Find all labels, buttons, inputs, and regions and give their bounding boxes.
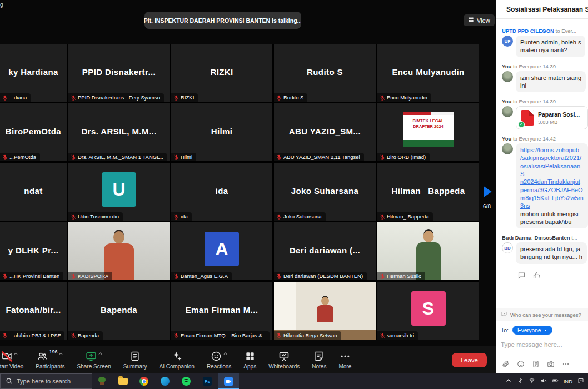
chat-message: You to Everyone 14:39✓Paparan Sosi...3.0…: [502, 98, 588, 129]
participant-tile[interactable]: BapendaBapenda: [68, 282, 170, 340]
volume-muted-icon[interactable]: [540, 376, 547, 386]
poster-text: BIMTEK LEGALDRAFTER 2024: [403, 118, 454, 129]
toolbar-ai-companion[interactable]: AI Companion: [153, 351, 201, 370]
participant-label-text: Hikmatia Rega Setwan: [283, 332, 337, 338]
recipient-dropdown[interactable]: Everyone: [512, 326, 552, 335]
apps-icon: [245, 351, 256, 363]
more-options-icon[interactable]: [562, 360, 570, 370]
toolbar-summary[interactable]: Summary: [117, 351, 153, 370]
participant-tile[interactable]: RIZKIRIZKI: [171, 44, 272, 102]
participant-tile[interactable]: Hikmatia Rega Setwan: [274, 282, 376, 340]
chat-message-list[interactable]: UPTD PPD CILEGON to Ever...UPPunten admi…: [496, 19, 588, 308]
participant-tile[interactable]: BiroPemOtda...PemOtda: [0, 103, 67, 161]
participant-label-text: PPID Disnakertrans - Fery Syamsu: [78, 94, 160, 101]
toolbar-more[interactable]: More: [332, 351, 357, 370]
screenshot-icon[interactable]: [547, 360, 555, 370]
participant-tile[interactable]: BIMTEK LEGALDRAFTER 2024Biro ORB (Imad): [377, 103, 479, 161]
participant-tile[interactable]: HilmiHilmi: [171, 103, 272, 161]
participant-tile[interactable]: Drs. ARSIL, M.M...Drs. ARSIL, M.M._SMAN …: [68, 103, 170, 161]
participant-label-text: ...diana: [9, 94, 27, 101]
participant-label-text: Joko Suharsana: [283, 213, 322, 220]
search-highlight-slot[interactable]: [92, 373, 112, 389]
taskbar-app-chrome[interactable]: [133, 373, 155, 389]
participant-tile[interactable]: Hilman_ BappedaHilman_ Bappeda: [377, 163, 479, 221]
taskbar-app-file-explorer[interactable]: [112, 373, 133, 389]
quote-reply-icon[interactable]: [517, 271, 526, 282]
leave-button[interactable]: Leave: [452, 353, 487, 367]
participant-tile[interactable]: Eman Firman M...Eman Firman MTQ _ Biro B…: [171, 282, 272, 340]
chat-message: Budi Darma_DinsosBanten t...BDpresensi a…: [502, 235, 588, 264]
chat-file-attachment[interactable]: ✓Paparan Sosi...3.03 MB: [516, 106, 588, 129]
gallery-pager: 6/8: [479, 44, 496, 340]
file-size: 3.03 MB: [538, 119, 580, 125]
participant-label-text: Drs. ARSIL, M.M._SMAN 1 TANGE...: [78, 154, 163, 160]
file-icon[interactable]: [532, 360, 540, 370]
emoji-icon[interactable]: [517, 360, 525, 370]
participant-tile[interactable]: idaida: [171, 163, 272, 221]
participant-tile[interactable]: Ssumarsih tri: [377, 282, 479, 340]
thumbs-up-icon[interactable]: [532, 271, 541, 282]
chat-recipient-text: to Everyone: [513, 136, 541, 142]
window-title-fragment: g: [0, 2, 3, 8]
participant-name: Hilman_ Bappeda: [377, 186, 479, 196]
participant-label: ida: [171, 212, 192, 221]
chat-message-input[interactable]: [501, 341, 584, 348]
taskbar-search[interactable]: Type here to search: [0, 373, 92, 389]
action-center-icon[interactable]: [577, 376, 584, 386]
show-desktop-button[interactable]: [586, 373, 588, 389]
hidden-icons-chevron-icon[interactable]: [505, 376, 512, 386]
participant-label-text: Hilman_ Bappeda: [387, 213, 429, 220]
participant-tile[interactable]: Joko SuharsanaJoko Suharsana: [274, 163, 376, 221]
participant-tile[interactable]: Fatonah/bir......ah/biro PBJ & LPSE: [0, 282, 67, 340]
mic-muted-icon: [380, 154, 385, 160]
participant-tile[interactable]: ky Hardiana...diana: [0, 44, 67, 102]
wifi-icon[interactable]: [529, 376, 535, 386]
participant-label-text: sumarsih tri: [387, 332, 414, 338]
toolbar-start-video[interactable]: Start Video: [0, 351, 29, 370]
taskbar-apps: Ps: [112, 373, 239, 389]
chat-recipient-text: to Everyone: [513, 98, 541, 104]
participant-label-text: ABU YAZID_SMAN 2,11 Tangsel: [283, 154, 360, 160]
bluetooth-icon[interactable]: [517, 376, 524, 386]
toolbar-participants[interactable]: 196Participants: [29, 351, 71, 370]
taskbar-app-edge[interactable]: [155, 373, 176, 389]
participant-label-text: Banten_Agus E.G.A: [181, 273, 228, 279]
chat-message-header: You to Everyone 14:39: [502, 63, 588, 69]
mic-muted-icon: [173, 333, 179, 338]
participant-tile[interactable]: ndat: [0, 163, 67, 221]
chat-link[interactable]: https://forms.zohopub/sakipinspektorat20…: [520, 147, 584, 209]
toolbar-label: Start Video: [0, 363, 23, 370]
participant-tile[interactable]: ABU YAZID_SM...ABU YAZID_SMAN 2,11 Tangs…: [274, 103, 376, 161]
participant-tile[interactable]: KADISPORA: [68, 222, 170, 280]
language-indicator[interactable]: IND: [564, 378, 572, 385]
toolbar-whiteboards[interactable]: Whiteboards: [262, 351, 306, 370]
next-page-button[interactable]: [480, 183, 494, 201]
participant-tile[interactable]: UUdin Tusminurdin: [68, 163, 170, 221]
smiley-icon: [211, 351, 222, 363]
taskbar-app-spotify[interactable]: [176, 373, 197, 389]
mic-muted-icon: [2, 154, 8, 160]
participant-label-text: Eman Firman MTQ _ Biro Barjas &...: [181, 332, 266, 338]
participant-tile[interactable]: Deri dariawan (...Deri dariawan (DESDM B…: [274, 222, 376, 280]
battery-icon[interactable]: [552, 376, 559, 386]
toolbar-share-screen[interactable]: Share Screen: [71, 351, 117, 370]
attach-file-icon[interactable]: [502, 360, 510, 370]
participant-tile[interactable]: Herman Susilo: [377, 222, 479, 280]
chat-message-header: You to Everyone 14:42: [502, 136, 588, 142]
participant-tile[interactable]: ABanten_Agus E.G.A: [171, 222, 272, 280]
participant-label-text: ...HK Provinsi Banten: [9, 273, 59, 279]
taskbar-app-zoom[interactable]: [218, 373, 239, 389]
participant-tile[interactable]: y DLHK Pr......HK Provinsi Banten: [0, 222, 67, 280]
participant-label: Herman Susilo: [377, 272, 425, 280]
view-button[interactable]: View: [464, 14, 495, 26]
participant-label-text: RIZKI: [181, 94, 194, 101]
participant-tile[interactable]: Encu MulyanudinEncu Mulyanudin: [377, 44, 479, 102]
participant-label: ...diana: [0, 93, 31, 102]
toolbar-apps[interactable]: Apps: [237, 351, 262, 370]
doc-icon: [129, 351, 141, 363]
taskbar-app-photoshop[interactable]: Ps: [197, 373, 218, 389]
participant-tile[interactable]: PPID Disnakertr...PPID Disnakertrans - F…: [68, 44, 170, 102]
toolbar-notes[interactable]: Notes: [306, 351, 332, 370]
toolbar-reactions[interactable]: Reactions: [201, 351, 237, 370]
participant-tile[interactable]: Rudito SRudito S: [274, 44, 376, 102]
